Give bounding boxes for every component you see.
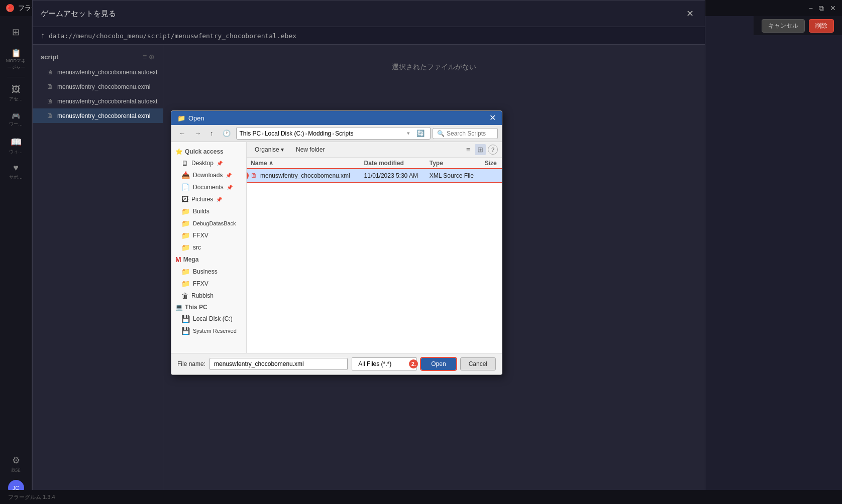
downloads-label: Downloads: [193, 172, 223, 179]
quick-access-label: Quick access: [185, 148, 224, 155]
cancel-dialog-button[interactable]: Cancel: [460, 357, 496, 370]
builds-label: Builds: [193, 208, 209, 215]
sidebar-thispc-header[interactable]: 💻 This PC: [171, 302, 246, 313]
app-icon: 🚩: [6, 4, 14, 12]
search-box[interactable]: 🔍: [433, 128, 498, 139]
restore-button[interactable]: ⧉: [819, 4, 824, 13]
minimize-button[interactable]: −: [809, 4, 813, 12]
sidebar-item-src[interactable]: 📁 src: [171, 241, 246, 254]
separator: ›: [332, 131, 334, 137]
explorer-main: Organise ▾ New folder ≡ ⊞ ? Name: [247, 142, 502, 353]
sidebar-item-asset[interactable]: 🖼 アセ…: [4, 81, 28, 105]
view-controls: ≡ ⊞ ?: [464, 144, 498, 155]
open-button[interactable]: Open: [421, 358, 456, 370]
sidebar-item-wiki[interactable]: 📖 ウィ…: [4, 134, 28, 158]
up-button[interactable]: ↑: [206, 128, 217, 139]
refresh-button[interactable]: 🔄: [414, 129, 427, 138]
file-icon: 🗎: [47, 97, 53, 105]
sidebar-item-builds[interactable]: 📁 Builds: [171, 205, 246, 217]
column-size[interactable]: Size: [481, 158, 502, 169]
sidebar-item-pictures[interactable]: 🖼 Pictures 📌: [171, 193, 246, 205]
sidebar-item-localdisk[interactable]: 💾 Local Disk (C:): [171, 313, 246, 325]
close-button[interactable]: ✕: [830, 4, 836, 12]
open-dialog: 📁 Open ✕ ← → ↑ 🕐 This PC › Local Disk (C…: [171, 110, 502, 375]
help-button[interactable]: ?: [488, 145, 498, 155]
address-dropdown-icon[interactable]: ▾: [407, 130, 410, 137]
view-list-button[interactable]: ≡: [464, 144, 473, 155]
table-row-selected[interactable]: 1. 🗎 menuswfentry_chocobomenu.xml 11/01/…: [247, 169, 502, 182]
quick-access-icon: ⭐: [175, 148, 183, 155]
search-input[interactable]: [447, 130, 492, 137]
list-item[interactable]: 🗎 menuswfentry_chocobomenu.exml: [33, 79, 163, 94]
address-breadcrumb: This PC › Local Disk (C:) › Modding › Sc…: [240, 130, 354, 137]
file-table: Name ∧ Date modified Type Size: [247, 158, 502, 182]
file-name: menuswfentry_chocobomenu.exml: [57, 83, 150, 90]
sidebar-item-debugdatas[interactable]: 📁 DebugDatasBack: [171, 217, 246, 229]
list-item-selected[interactable]: 🗎 menuswfentry_chocoborental.exml: [33, 108, 163, 123]
bottom-bar: フラーグルム 1.3.4: [0, 490, 842, 504]
open-dialog-titlebar-left: 📁 Open: [177, 114, 204, 122]
path-up-button[interactable]: ↑: [41, 31, 45, 40]
list-item[interactable]: 🗎 menuswfentry_chocobomenu.autoext: [33, 65, 163, 79]
new-folder-button[interactable]: New folder: [292, 145, 329, 155]
sidebar-item-settings[interactable]: ⚙ 設定: [4, 452, 28, 476]
sidebar-mega-header[interactable]: M Mega: [171, 254, 246, 266]
recent-button[interactable]: 🕐: [219, 128, 234, 139]
file-cell-name: 1. 🗎 menuswfentry_chocobomenu.xml: [247, 169, 360, 182]
sidebar-item-ffxv2[interactable]: 📁 FFXV: [171, 278, 246, 290]
asset-path-bar: ↑ data://menu/chocobo_menu/script/menusw…: [33, 27, 705, 45]
ffxv2-label: FFXV: [193, 280, 208, 287]
sidebar-item-rubbish[interactable]: 🗑 Rubbish: [171, 290, 246, 302]
open-button-container: 2. Open: [421, 358, 456, 370]
mega-label: Mega: [183, 256, 199, 263]
back-button[interactable]: ←: [175, 128, 189, 139]
sidebar-item-ffxv1[interactable]: 📁 FFXV: [171, 229, 246, 241]
file-name-cell: menuswfentry_chocobomenu.xml: [260, 172, 350, 179]
address-part-2: Local Disk (C:): [265, 130, 304, 137]
new-folder-label: New folder: [296, 146, 325, 153]
asset-icon: 🖼: [12, 84, 21, 95]
filename-label: File name:: [177, 360, 205, 367]
sidebar-item-workshop[interactable]: 🎮 ワー…: [4, 107, 28, 132]
version-text: フラーグルム 1.3.4: [8, 493, 55, 501]
organise-button[interactable]: Organise ▾: [251, 145, 288, 155]
title-bar-controls: − ⧉ ✕: [809, 4, 836, 13]
sidebar-item-grid[interactable]: ⊞: [4, 20, 28, 44]
sidebar-item-desktop[interactable]: 🖥 Desktop 📌: [171, 157, 246, 169]
open-dialog-titlebar: 📁 Open ✕: [171, 111, 502, 125]
column-date[interactable]: Date modified: [360, 158, 426, 169]
sidebar-item-downloads[interactable]: 📥 Downloads 📌: [171, 169, 246, 181]
sidebar-item-support[interactable]: ♥ サポ…: [4, 160, 28, 184]
file-name: menuswfentry_chocobomenu.autoext: [57, 69, 157, 76]
column-name[interactable]: Name ∧: [247, 158, 360, 169]
sidebar-mod-manager-label[interactable]: 📋 MODマネージャー: [0, 46, 32, 73]
delete-button[interactable]: 削除: [809, 19, 834, 33]
sidebar-item-sysreserved[interactable]: 💾 System Reserved: [171, 325, 246, 337]
cancel-button[interactable]: キャンセル: [762, 19, 805, 33]
xml-file-icon: 🗎: [251, 172, 257, 179]
explorer-toolbar2: Organise ▾ New folder ≡ ⊞ ?: [247, 142, 502, 158]
open-dialog-close-button[interactable]: ✕: [489, 114, 496, 122]
settings-icon: ⚙: [12, 455, 20, 466]
asset-dialog-header: ゲームアセットを見る ✕: [33, 1, 705, 27]
filename-input[interactable]: [209, 358, 348, 370]
downloads-icon: 📥: [181, 171, 190, 179]
file-size-cell: [481, 169, 502, 182]
filetype-select[interactable]: All Files (*.*): [352, 357, 417, 370]
sidebar-quick-access-header[interactable]: ⭐ Quick access: [171, 146, 246, 157]
asset-file-list: script ≡ ⊕ 🗎 menuswfentry_chocobomenu.au…: [33, 45, 163, 497]
column-type[interactable]: Type: [426, 158, 481, 169]
list-item[interactable]: 🗎 menuswfentry_chocoborental.autoext: [33, 94, 163, 108]
sidebar-item-business[interactable]: 📁 Business: [171, 266, 246, 278]
file-table-container: Name ∧ Date modified Type Size: [247, 158, 502, 353]
ffxv2-icon: 📁: [181, 280, 190, 288]
file-type-cell: XML Source File: [426, 169, 481, 182]
forward-button[interactable]: →: [191, 128, 204, 139]
builds-icon: 📁: [181, 207, 190, 215]
file-table-body: 1. 🗎 menuswfentry_chocobomenu.xml 11/01/…: [247, 169, 502, 182]
asset-close-button[interactable]: ✕: [683, 7, 697, 21]
sidebar-item-documents[interactable]: 📄 Documents 📌: [171, 181, 246, 193]
ffxv1-icon: 📁: [181, 231, 190, 239]
view-grid-button[interactable]: ⊞: [475, 144, 486, 155]
sysreserved-icon: 💾: [181, 327, 190, 335]
